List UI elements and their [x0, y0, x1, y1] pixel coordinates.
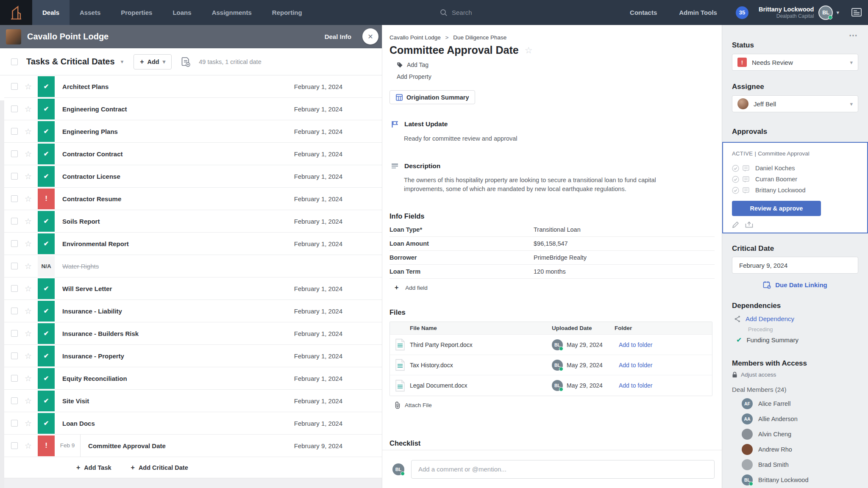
- task-status-badge[interactable]: ✔: [38, 323, 55, 344]
- task-due-date[interactable]: February 1, 2024: [294, 240, 342, 247]
- breadcrumb-deal[interactable]: Cavallo Point Lodge: [389, 34, 441, 41]
- star-icon[interactable]: ☆: [25, 239, 32, 249]
- approval-check-icon[interactable]: [732, 176, 739, 183]
- task-name[interactable]: Engineering Contract: [62, 105, 127, 113]
- activity-feed-icon[interactable]: [851, 8, 862, 18]
- task-checkbox[interactable]: [11, 420, 18, 427]
- status-dropdown[interactable]: ! Needs Review ▾: [732, 54, 858, 71]
- deal-thumbnail[interactable]: [6, 29, 21, 44]
- add-to-folder-link[interactable]: Add to folder: [619, 362, 652, 369]
- approval-note-icon[interactable]: [743, 187, 749, 194]
- task-row[interactable]: ☆ N/A Water Rights: [4, 255, 382, 277]
- task-checkbox[interactable]: [11, 330, 18, 337]
- task-due-date[interactable]: February 1, 2024: [294, 105, 342, 113]
- task-name[interactable]: Will Serve Letter: [62, 285, 112, 292]
- task-due-date[interactable]: February 1, 2024: [294, 285, 342, 292]
- nav-item[interactable]: Loans: [162, 0, 201, 25]
- task-row[interactable]: ☆ ! Contractor Resume February 1, 2024: [4, 188, 382, 210]
- nav-item[interactable]: Deals: [32, 0, 70, 25]
- app-logo[interactable]: [0, 0, 32, 25]
- task-due-date[interactable]: February 1, 2024: [294, 173, 342, 180]
- task-checkbox[interactable]: [11, 352, 18, 359]
- add-property-button[interactable]: Add Property: [397, 73, 715, 80]
- nav-item[interactable]: Assignments: [202, 0, 262, 25]
- task-due-date[interactable]: February 1, 2024: [294, 83, 342, 90]
- star-icon[interactable]: ☆: [25, 172, 32, 181]
- task-row[interactable]: ☆ ✔ Engineering Contract February 1, 202…: [4, 98, 382, 120]
- task-due-date[interactable]: February 1, 2024: [294, 330, 342, 337]
- star-icon[interactable]: ☆: [25, 149, 32, 159]
- file-row[interactable]: Legal Document.docx BL May 29, 2024 Add …: [390, 375, 712, 396]
- task-checkbox[interactable]: [11, 195, 18, 202]
- task-row[interactable]: ☆ ✔ Insurance - Liability February 1, 20…: [4, 300, 382, 322]
- info-field-value[interactable]: PrimeBridge Realty: [534, 254, 587, 261]
- info-field-value[interactable]: $96,158,547: [534, 240, 568, 247]
- task-name[interactable]: Contractor Contract: [62, 150, 123, 158]
- critical-date-input[interactable]: February 9, 2024: [732, 257, 858, 274]
- task-row[interactable]: ☆ ✔ Will Serve Letter February 1, 2024: [4, 277, 382, 300]
- star-icon[interactable]: ☆: [25, 441, 32, 451]
- task-row[interactable]: ☆ ✔ Soils Report February 1, 2024: [4, 210, 382, 233]
- task-name[interactable]: Site Visit: [62, 397, 89, 405]
- info-field-row[interactable]: Borrower PrimeBridge Realty: [389, 251, 715, 265]
- task-name[interactable]: Soils Report: [62, 218, 100, 225]
- task-name[interactable]: Contractor Resume: [62, 195, 121, 202]
- file-name[interactable]: Legal Document.docx: [410, 382, 552, 389]
- task-due-date[interactable]: February 1, 2024: [294, 308, 342, 315]
- adjust-access-button[interactable]: Adjust access: [732, 372, 858, 378]
- member-row[interactable]: AA Allie Anderson: [732, 411, 858, 427]
- info-field-value[interactable]: Transitional Loan: [534, 226, 581, 233]
- add-dependency-link[interactable]: Add Dependency: [734, 315, 858, 322]
- task-status-badge[interactable]: ✔: [38, 233, 55, 254]
- info-field-value[interactable]: 120 months: [534, 268, 566, 275]
- star-icon[interactable]: ☆: [25, 284, 32, 294]
- task-name[interactable]: Engineering Plans: [62, 128, 118, 135]
- user-menu-caret-icon[interactable]: ▾: [836, 9, 839, 16]
- star-icon[interactable]: ☆: [25, 374, 32, 383]
- review-approve-button[interactable]: Review & approve: [732, 201, 821, 216]
- send-reminder-icon[interactable]: [745, 221, 753, 228]
- favorite-star-icon[interactable]: ☆: [525, 45, 533, 55]
- task-row[interactable]: ☆ ✔ Environmental Report February 1, 202…: [4, 233, 382, 255]
- task-status-badge[interactable]: N/A: [38, 256, 55, 277]
- task-due-date[interactable]: February 1, 2024: [294, 420, 342, 427]
- star-icon[interactable]: ☆: [25, 351, 32, 361]
- add-task-link[interactable]: +Add Task: [76, 464, 111, 471]
- file-row[interactable]: Tax History.docx BL May 29, 2024 Add to …: [390, 355, 712, 375]
- task-checkbox[interactable]: [11, 240, 18, 247]
- task-status-badge[interactable]: ✔: [38, 121, 55, 142]
- task-name[interactable]: Insurance - Property: [62, 352, 124, 360]
- star-icon[interactable]: ☆: [25, 306, 32, 316]
- tasks-list-title[interactable]: Tasks & Critical Dates: [26, 57, 115, 67]
- approval-note-icon[interactable]: [743, 176, 749, 183]
- add-critical-date-link[interactable]: +Add Critical Date: [131, 464, 188, 471]
- task-name[interactable]: Loan Docs: [62, 420, 95, 427]
- add-tag-button[interactable]: Add Tag: [397, 61, 715, 68]
- user-avatar[interactable]: BL: [818, 6, 833, 20]
- task-due-date[interactable]: February 1, 2024: [294, 150, 342, 158]
- notification-badge[interactable]: 35: [736, 6, 748, 19]
- file-name[interactable]: Third Party Report.docx: [410, 341, 552, 348]
- task-row[interactable]: ☆ ✔ Insurance - Builders Risk February 1…: [4, 322, 382, 345]
- task-checkbox[interactable]: [11, 375, 18, 382]
- origination-summary-button[interactable]: Origination Summary: [389, 90, 475, 104]
- task-name[interactable]: Architect Plans: [62, 83, 108, 90]
- task-status-badge[interactable]: ✔: [38, 413, 55, 434]
- more-options-icon[interactable]: ⋯: [732, 30, 858, 39]
- task-due-date[interactable]: February 1, 2024: [294, 218, 342, 225]
- star-icon[interactable]: ☆: [25, 82, 32, 92]
- tasks-list-caret-icon[interactable]: ▾: [121, 58, 124, 65]
- task-name[interactable]: Water Rights: [62, 263, 99, 270]
- info-field-row[interactable]: Loan Amount $96,158,547: [389, 237, 715, 251]
- approval-note-icon[interactable]: [743, 165, 749, 172]
- member-row[interactable]: AF Alice Farrell: [732, 396, 858, 411]
- task-checkbox[interactable]: [11, 173, 18, 180]
- comment-input[interactable]: [411, 460, 715, 479]
- scrollbar-track[interactable]: [0, 100, 4, 488]
- task-due-date[interactable]: February 1, 2024: [294, 352, 342, 360]
- nav-item[interactable]: Assets: [70, 0, 111, 25]
- task-status-badge[interactable]: ✔: [38, 166, 55, 187]
- nav-item[interactable]: Properties: [111, 0, 162, 25]
- task-checkbox[interactable]: [11, 263, 18, 269]
- task-name[interactable]: Insurance - Builders Risk: [62, 330, 139, 337]
